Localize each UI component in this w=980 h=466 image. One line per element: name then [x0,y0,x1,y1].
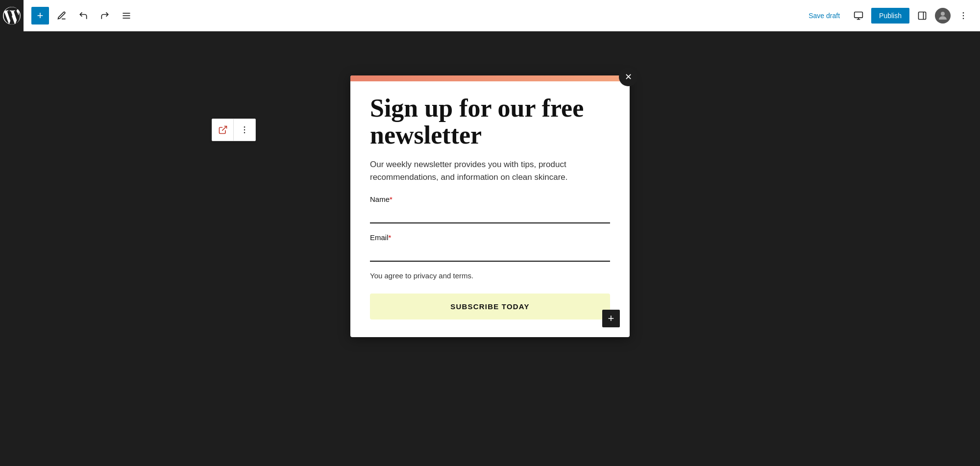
name-input[interactable] [370,206,610,223]
wp-logo-icon [3,7,21,25]
email-field-group: Email* [370,233,610,262]
modal-title: Sign up for our free newsletter [370,95,610,148]
user-avatar[interactable] [935,8,951,24]
sidebar-toggle-button[interactable] [913,7,931,25]
svg-rect-4 [855,12,863,18]
publish-button[interactable]: Publish [871,8,909,24]
subscribe-button-wrapper: SUBSCRIBE TODAY + [370,294,610,319]
undo-button[interactable] [74,7,92,25]
svg-point-16 [244,132,245,134]
svg-point-9 [941,12,945,16]
external-link-icon [218,125,228,135]
svg-point-12 [963,18,964,19]
newsletter-modal: Sign up for our free newsletter Our week… [350,75,630,337]
save-draft-button[interactable]: Save draft [803,9,846,23]
email-input[interactable] [370,245,610,262]
modal-close-button[interactable]: ✕ [619,68,637,86]
modal-body: Sign up for our free newsletter Our week… [350,81,630,337]
newsletter-block: Sign up for our free newsletter Our week… [350,75,630,337]
modal-description: Our weekly newsletter provides you with … [370,158,610,183]
more-vertical-icon [240,125,249,135]
avatar-icon [937,10,949,22]
add-block-after-button[interactable]: + [602,310,620,327]
svg-point-14 [244,126,245,128]
agree-text: You agree to privacy and terms. [370,271,610,280]
redo-button[interactable] [96,7,114,25]
subscribe-button[interactable]: SUBSCRIBE TODAY [370,294,610,319]
svg-point-15 [244,129,245,131]
tools-button[interactable] [53,7,71,25]
list-icon [122,11,131,21]
editor-canvas: Sign up for our free newsletter Our week… [0,31,980,466]
monitor-icon [854,11,863,21]
block-toolbar [212,119,256,141]
svg-point-10 [963,12,964,13]
modal-header-bar [350,75,630,81]
ellipsis-icon [958,11,968,21]
wordpress-logo[interactable] [0,0,24,31]
pen-icon [57,11,67,21]
block-more-button[interactable] [234,119,255,141]
redo-icon [100,11,110,21]
svg-line-13 [222,126,226,131]
svg-point-11 [963,15,964,16]
name-label: Name* [370,195,610,203]
add-block-button[interactable]: + [31,7,49,25]
svg-rect-7 [919,12,926,19]
preview-button[interactable] [850,7,867,25]
list-view-button[interactable] [118,7,135,25]
undo-icon [78,11,88,21]
sidebar-icon [917,11,927,21]
options-button[interactable] [955,7,972,25]
email-label: Email* [370,233,610,242]
block-link-button[interactable] [212,119,234,141]
name-field-group: Name* [370,195,610,223]
topbar: + Save draft Publish [0,0,980,31]
